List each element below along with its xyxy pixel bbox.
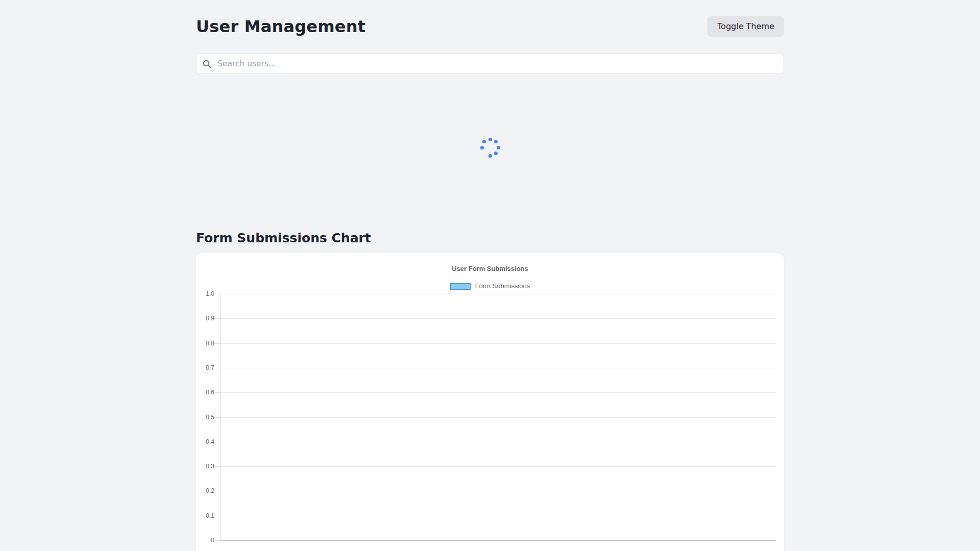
y-tick-label: 0.7 — [197, 364, 214, 371]
loading-spinner-icon — [480, 138, 500, 157]
chart-legend[interactable]: Form Submissions — [204, 282, 776, 291]
gridline — [220, 318, 776, 319]
toggle-theme-button[interactable]: Toggle Theme — [707, 16, 784, 36]
y-axis-tick — [214, 540, 220, 541]
spinner-dot — [494, 140, 498, 143]
gridline — [220, 442, 776, 442]
user-management-page: { "page": { "title": "User Management", … — [0, 0, 980, 551]
y-tick-label: 1.0 — [197, 290, 214, 297]
main-container: User Management Toggle Theme Form Submis… — [196, 0, 784, 551]
y-tick-label: 0.5 — [197, 414, 214, 421]
y-axis-tick — [214, 466, 220, 467]
gridline — [220, 491, 776, 491]
gridline — [220, 343, 776, 344]
y-tick-label: 0.2 — [197, 487, 214, 494]
gridline — [220, 466, 776, 467]
y-axis-tick — [214, 294, 220, 294]
loading-area — [196, 74, 784, 221]
legend-swatch — [450, 283, 471, 290]
y-tick-label: 0.3 — [197, 463, 214, 470]
y-axis-tick — [214, 516, 220, 516]
y-axis-tick — [214, 368, 220, 368]
spinner-dot — [488, 154, 492, 158]
spinner-dot — [480, 146, 484, 149]
spinner-dot — [488, 138, 492, 141]
gridline — [220, 368, 776, 368]
legend-label: Form Submissions — [475, 282, 530, 291]
y-tick-label: 0.4 — [197, 438, 214, 445]
chart-card: User Form Submissions Form Submissions 1… — [196, 253, 784, 551]
y-axis-tick — [214, 343, 220, 344]
spinner-dot — [494, 152, 498, 155]
gridline — [220, 417, 776, 418]
gridline — [220, 392, 776, 393]
chart-plot-area: 1.00.90.80.70.60.50.40.30.20.10 — [211, 294, 776, 540]
search-bar — [196, 54, 784, 74]
section-heading: Form Submissions Chart — [196, 231, 784, 245]
y-axis-tick — [214, 318, 220, 319]
search-input[interactable] — [196, 54, 784, 74]
y-tick-label: 0.8 — [197, 340, 214, 347]
y-axis-tick — [214, 392, 220, 393]
chart-title: User Form Submissions — [204, 264, 776, 273]
page-header: User Management Toggle Theme — [196, 16, 784, 37]
y-axis-tick — [214, 442, 220, 442]
gridline — [220, 516, 776, 516]
y-tick-label: 0 — [197, 537, 214, 544]
y-axis-tick — [214, 491, 220, 491]
spinner-dot — [482, 140, 486, 143]
y-tick-label: 0.9 — [197, 315, 214, 322]
y-tick-label: 0.1 — [197, 512, 214, 519]
y-axis-tick — [214, 417, 220, 418]
spinner-dot — [497, 146, 500, 149]
chart: User Form Submissions Form Submissions 1… — [204, 264, 776, 540]
y-tick-label: 0.6 — [197, 389, 214, 396]
gridline — [220, 294, 776, 294]
page-title: User Management — [196, 17, 365, 36]
gridline — [220, 540, 776, 541]
